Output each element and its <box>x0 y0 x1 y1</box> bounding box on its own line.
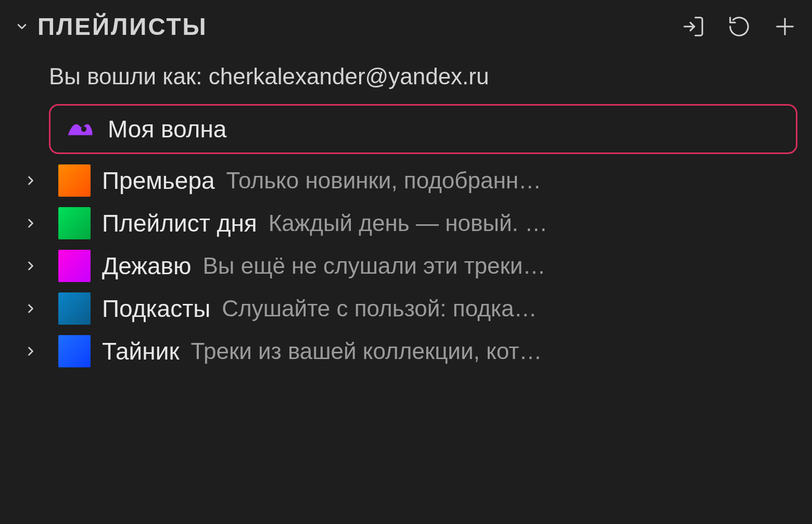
playlist-thumbnail <box>58 207 91 239</box>
playlist-thumbnail <box>58 164 91 197</box>
expand-chevron-icon[interactable] <box>15 259 47 273</box>
playlist-item-my-wave[interactable]: Моя волна <box>49 104 797 154</box>
playlist-item-label: Дежавю <box>102 252 192 280</box>
collapse-chevron-icon[interactable] <box>15 19 29 34</box>
expand-chevron-icon[interactable] <box>15 344 47 359</box>
playlist-thumbnail <box>58 335 91 367</box>
logout-icon[interactable] <box>681 14 706 39</box>
wave-icon <box>64 113 96 145</box>
panel-header-actions <box>681 14 797 39</box>
playlists-panel: ПЛЕЙЛИСТЫ <box>0 0 812 385</box>
playlist-item[interactable]: ТайникТреки из вашей коллекции, кот… <box>15 330 797 373</box>
add-icon[interactable] <box>772 14 797 39</box>
playlist-thumbnail <box>58 292 91 325</box>
expand-chevron-icon[interactable] <box>15 301 47 316</box>
playlist-item-description: Слушайте с пользой: подка… <box>222 296 797 322</box>
svg-point-3 <box>81 126 86 132</box>
expand-chevron-icon[interactable] <box>15 173 47 188</box>
playlist-item-description: Вы ещё не слушали эти треки… <box>203 253 797 279</box>
playlist-item-description: Каждый день — новый. … <box>269 210 797 236</box>
playlist-item[interactable]: ПремьераТолько новинки, подобранн… <box>15 159 797 202</box>
playlist-item-label: Моя волна <box>108 115 226 143</box>
playlist-item[interactable]: ДежавюВы ещё не слушали эти треки… <box>15 245 797 287</box>
playlist-item[interactable]: ПодкастыСлушайте с пользой: подка… <box>15 287 797 330</box>
panel-title: ПЛЕЙЛИСТЫ <box>37 12 208 41</box>
playlist-item-description: Треки из вашей коллекции, кот… <box>191 338 797 364</box>
login-info-text: Вы вошли как: cherkalexander@yandex.ru <box>15 57 797 104</box>
panel-header-left: ПЛЕЙЛИСТЫ <box>15 12 208 41</box>
playlist-item-label: Подкасты <box>102 295 210 323</box>
playlist-item[interactable]: Плейлист дняКаждый день — новый. … <box>15 202 797 245</box>
playlist-item-label: Плейлист дня <box>102 209 257 237</box>
expand-chevron-icon[interactable] <box>15 216 47 231</box>
playlist-thumbnail <box>58 250 91 282</box>
refresh-icon[interactable] <box>727 14 752 39</box>
playlist-item-label: Тайник <box>102 337 180 365</box>
panel-header: ПЛЕЙЛИСТЫ <box>15 12 797 41</box>
playlist-item-description: Только новинки, подобранн… <box>226 168 797 194</box>
playlist-item-label: Премьера <box>102 167 215 195</box>
